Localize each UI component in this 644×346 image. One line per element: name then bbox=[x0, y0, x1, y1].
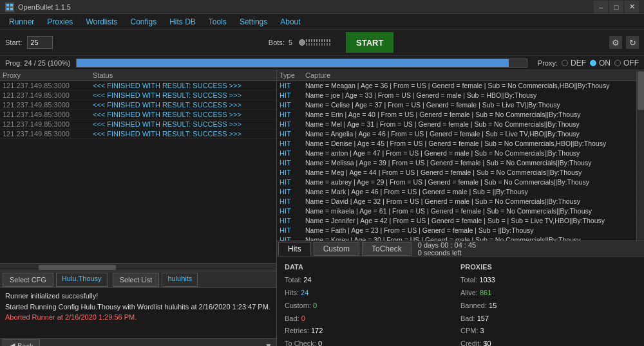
hits-value: 24 bbox=[301, 289, 308, 296]
maximize-button[interactable]: □ bbox=[609, 1, 623, 14]
hit-row: HITName = anton | Age = 47 | From = US |… bbox=[277, 149, 636, 158]
proxy-cell: 121.237.149.85:3000 bbox=[3, 120, 93, 128]
banned-value: 15 bbox=[489, 302, 497, 309]
svg-rect-0 bbox=[6, 4, 9, 6]
menu-wordlists[interactable]: Wordlists bbox=[79, 16, 124, 28]
start-label: Start: bbox=[5, 39, 22, 46]
hit-row: HITName = Jennifer | Age = 42 | From = U… bbox=[277, 216, 636, 226]
hit-row: HITName = Mel | Age = 31 | From = US | G… bbox=[277, 120, 636, 129]
hscroll-thumb[interactable] bbox=[39, 265, 116, 270]
tab-hits[interactable]: Hits bbox=[278, 242, 311, 256]
proxy-def-dot bbox=[562, 60, 568, 66]
bottom-left: Select CFG Hulu.Thousy Select List huluh… bbox=[0, 271, 276, 346]
start-input[interactable] bbox=[27, 36, 53, 49]
status-cell: <<< FINISHED WITH RESULT: SUCCESS >>> bbox=[93, 101, 274, 109]
alive-label: Alive: bbox=[460, 289, 478, 296]
status-cell: <<< FINISHED WITH RESULT: SUCCESS >>> bbox=[93, 130, 274, 138]
hit-type: HIT bbox=[279, 159, 305, 167]
hit-capture: Name = aubrey | Age = 29 | From = US | G… bbox=[305, 178, 634, 186]
proxy-on-label: ON bbox=[599, 59, 611, 68]
banned-label: Banned: bbox=[460, 302, 487, 309]
status-cell: <<< FINISHED WITH RESULT: SUCCESS >>> bbox=[93, 82, 274, 89]
proxy-def-radio[interactable]: DEF bbox=[562, 59, 586, 68]
log-line: Started Running Config Hulu.Thousy with … bbox=[5, 302, 271, 313]
proxy-on-radio[interactable]: ON bbox=[590, 59, 611, 68]
hits-list: HITName = Meagan | Age = 36 | From = US … bbox=[277, 81, 636, 241]
proxy-table: Proxy Status 121.237.149.85:3000<<< FINI… bbox=[0, 70, 276, 263]
table-row: 121.237.149.85:3000<<< FINISHED WITH RES… bbox=[0, 81, 276, 91]
start-button[interactable]: START bbox=[346, 32, 393, 53]
cfg-value: Hulu.Thousy bbox=[56, 273, 108, 287]
hit-type: HIT bbox=[279, 91, 305, 99]
credit-label: Credit: bbox=[460, 340, 481, 346]
menu-proxies[interactable]: Proxies bbox=[41, 16, 79, 28]
proxy-col-header: Proxy bbox=[3, 71, 93, 79]
menu-tools[interactable]: Tools bbox=[202, 16, 233, 28]
tab-custom[interactable]: Custom bbox=[314, 242, 359, 256]
proxy-off-dot bbox=[614, 60, 621, 66]
select-list-button[interactable]: Select List bbox=[113, 273, 160, 287]
hit-capture: Name = Mel | Age = 31 | From = US | Gene… bbox=[305, 120, 634, 128]
refresh-icon[interactable]: ↻ bbox=[626, 36, 639, 49]
hit-capture: Name = Angelia | Age = 46 | From = US | … bbox=[305, 130, 634, 138]
app-title: OpenBullet 1.1.5 bbox=[18, 3, 594, 11]
back-icon: ◀ bbox=[10, 341, 15, 346]
proxy-off-radio[interactable]: OFF bbox=[614, 59, 639, 68]
menu-configs[interactable]: Configs bbox=[124, 16, 164, 28]
log-line: Runner initialized succesfully! bbox=[5, 291, 271, 302]
hit-capture: Name = David | Age = 32 | From = US | Ge… bbox=[305, 197, 634, 205]
close-button[interactable]: ✕ bbox=[625, 1, 639, 14]
select-cfg-button[interactable]: Select CFG bbox=[3, 273, 53, 287]
svg-rect-1 bbox=[10, 4, 13, 6]
table-row: 121.237.149.85:3000<<< FINISHED WITH RES… bbox=[0, 129, 276, 139]
hit-row: HITName = Angelia | Age = 46 | From = US… bbox=[277, 129, 636, 139]
right-vscroll[interactable] bbox=[636, 70, 644, 241]
status-cell: <<< FINISHED WITH RESULT: SUCCESS >>> bbox=[93, 91, 274, 99]
pbad-label: Bad: bbox=[460, 314, 475, 322]
progress-row: Prog: 24 / 25 (100%) Proxy: DEF ON OFF bbox=[0, 56, 644, 70]
settings-icon[interactable]: ⚙ bbox=[609, 36, 622, 49]
alive-value: 861 bbox=[480, 289, 491, 296]
progress-label: Prog: 24 / 25 (100%) bbox=[5, 59, 71, 67]
menu-about[interactable]: About bbox=[274, 16, 307, 28]
toolbar: Start: Bots: 5 bbox=[0, 30, 644, 56]
custom-value: 0 bbox=[313, 302, 317, 309]
progress-fill bbox=[77, 59, 509, 67]
log-area: Runner initialized succesfully!Started R… bbox=[0, 288, 276, 338]
cpm-value: 3 bbox=[480, 327, 484, 334]
timer-time: 0 days 00 : 04 : 45 bbox=[418, 241, 477, 249]
hit-row: HITName = aubrey | Age = 29 | From = US … bbox=[277, 178, 636, 187]
menu-runner[interactable]: Runner bbox=[3, 16, 41, 28]
proxy-cell: 121.237.149.85:3000 bbox=[3, 101, 93, 109]
hit-type: HIT bbox=[279, 207, 305, 215]
hit-type: HIT bbox=[279, 120, 305, 128]
hit-row: HITName = Erin | Age = 40 | From = US | … bbox=[277, 110, 636, 120]
menubar: Runner Proxies Wordlists Configs Hits DB… bbox=[0, 14, 644, 30]
vscroll-thumb[interactable] bbox=[638, 71, 644, 110]
hit-capture: Name = mikaela | Age = 61 | From = US | … bbox=[305, 207, 634, 215]
capture-col-header: Capture bbox=[305, 71, 634, 79]
log-dropdown-icon[interactable]: ▼ bbox=[263, 341, 274, 347]
pbad-value: 157 bbox=[477, 314, 489, 322]
bots-label: Bots: bbox=[269, 39, 285, 46]
hit-capture: Name = Mark | Age = 46 | From = US | Gen… bbox=[305, 188, 634, 196]
data-header: DATA bbox=[285, 263, 303, 271]
titlebar: OpenBullet 1.1.5 – □ ✕ bbox=[0, 0, 644, 14]
hit-capture: Name = Jennifer | Age = 42 | From = US |… bbox=[305, 217, 634, 224]
proxy-hscroll[interactable] bbox=[0, 263, 276, 271]
bots-slider[interactable] bbox=[299, 39, 330, 46]
cpm-label: CPM: bbox=[460, 327, 478, 334]
proxy-cell: 121.237.149.85:3000 bbox=[3, 111, 93, 118]
timer-seconds: 0 seconds left bbox=[418, 249, 477, 257]
toolbar-icons: ⚙ ↻ bbox=[609, 36, 639, 49]
back-button[interactable]: ◀ Back bbox=[3, 339, 40, 346]
stats-row: DATA Total: 24 Hits: 24 Custom: 0 Bad: 0 bbox=[277, 257, 644, 346]
hit-type: HIT bbox=[279, 168, 305, 176]
menu-hitsdb[interactable]: Hits DB bbox=[163, 16, 202, 28]
proxy-cell: 121.237.149.85:3000 bbox=[3, 82, 93, 89]
minimize-button[interactable]: – bbox=[594, 1, 608, 14]
menu-settings[interactable]: Settings bbox=[233, 16, 274, 28]
svg-rect-3 bbox=[10, 8, 13, 10]
tab-tocheck[interactable]: ToCheck bbox=[362, 242, 412, 256]
total-label: Total: bbox=[285, 276, 301, 284]
